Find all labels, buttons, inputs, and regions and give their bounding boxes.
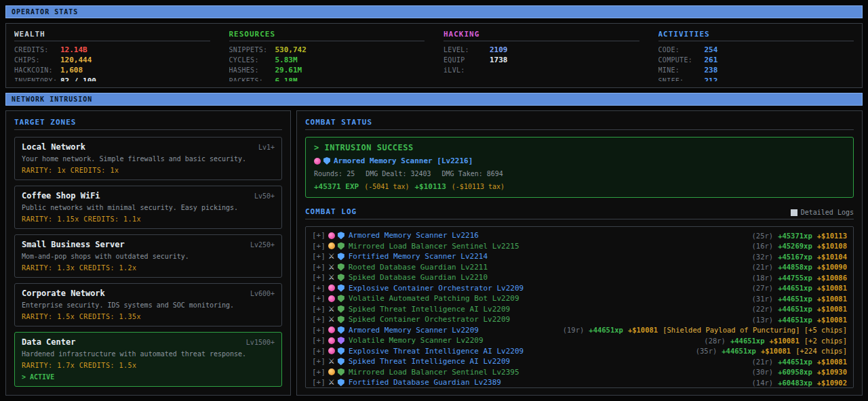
detailed-logs-toggle[interactable]: Detailed Logs [791,209,854,216]
zone-title-row: Small Business ServerLv250+ [22,240,275,249]
log-xp: +44651xp [778,316,812,324]
log-row-left: [+]Mirrored Load Balancer Sentinel Lv239… [312,368,519,377]
log-enemy-name: Rooted Database Guardian Lv2211 [349,263,488,272]
zone-list: Local NetworkLv1+Your home network. Simp… [14,137,282,388]
log-enemy-name: Spiked Database Guardian Lv2210 [349,273,488,282]
log-prefix: [+] [312,315,326,324]
log-row-rewards: (21r)+44858xp+$10090 [752,263,847,271]
network-intrusion-section: TARGET ZONES Local NetworkLv1+Your home … [5,110,863,396]
zone-rarity: RARITY: 1.7x CREDITS: 1.5x [22,362,275,369]
zone-rarity: RARITY: 1.5x CREDITS: 1.35x [22,313,275,320]
log-row-left: [+]⚔Spiked Threat Intelligence AI Lv2209 [312,305,510,314]
log-row-left: [+]⚔Spiked Threat Intelligence AI Lv2209 [312,357,510,366]
zone-description: Public networks with minimal security. E… [22,204,275,211]
stat-label: CODE: [658,45,705,55]
swords-icon: ⚔ [328,274,335,281]
shield-icon [338,305,344,313]
orb-icon [314,158,321,165]
log-row-rewards: (22r)+44651xp+$10081 [752,305,847,313]
log-prefix: [+] [312,273,326,282]
stat-value: 1738 [490,55,508,65]
zone-card-coffee-shop-wifi[interactable]: Coffee Shop WiFiLv50+Public networks wit… [14,186,282,229]
log-row: [+]⚔Fortified Database Guardian Lv2389(1… [312,377,847,388]
log-xp: +44651xp [730,337,765,345]
log-row-rewards: (27r)+44651xp+$10081 [752,284,847,292]
log-row: [+]⚔Rooted Database Guardian Lv2211(21r)… [312,262,847,273]
stat-value: 82 / 100 [60,76,96,81]
stat-value: 212 [705,76,718,81]
log-row-left: [+]Explosive Container Orchestrator Lv22… [312,284,524,293]
stat-row: COMPUTE:261 [658,55,854,65]
shield-icon [323,157,330,165]
log-prefix: [+] [312,336,326,345]
shield-icon [338,253,344,260]
log-row-rewards: (13r)+44651xp+$10081 [752,316,847,324]
zone-card-data-center[interactable]: Data CenterLv1500+Hardened infrastructur… [14,332,282,387]
log-row: [+]⚔Spiked Threat Intelligence AI Lv2209… [312,356,847,367]
log-row-rewards: (19r)+44651xp+$10081[Shielded Payload of… [563,326,847,334]
zone-description: Enterprise security. IDS systems and SOC… [22,301,275,309]
stat-value: 5.83M [275,55,298,65]
log-rounds: (18r) [752,274,774,282]
stat-row: HACKCOIN:1,608 [14,65,210,75]
zone-name: Small Business Server [22,240,125,249]
log-drop-extra: [Shielded Payload of Puncturing] [+5 chi… [663,326,847,334]
stat-label: CHIPS: [14,55,60,65]
zone-name: Local Network [22,142,85,152]
intrusion-result: > INTRUSION SUCCESS [314,143,845,152]
exp-tax: (-5041 tax) [364,183,409,190]
stat-label: CREDITS: [14,45,60,55]
log-row: [+]Volatile Memory Scanner Lv2209(28r)+4… [312,335,847,346]
shield-icon [338,295,344,302]
shield-icon [338,263,344,271]
combat-log-box[interactable]: [+]Armored Memory Scanner Lv2216(25r)+45… [305,226,854,388]
orb-icon [328,326,335,333]
stat-value: 530,742 [275,45,307,55]
shield-icon [338,284,344,292]
log-enemy-name: Armored Memory Scanner Lv2209 [349,326,479,335]
intrusion-status-box: > INTRUSION SUCCESS Armored Memory Scann… [305,137,854,198]
log-prefix: [+] [312,368,326,377]
zone-card-small-business-server[interactable]: Small Business ServerLv250+Mom-and-pop s… [14,234,282,278]
stat-value: 120,444 [60,55,92,65]
swords-icon: ⚔ [328,263,335,271]
swords-icon: ⚔ [328,358,335,365]
log-xp: +60958xp [778,368,812,376]
log-row-left: [+]⚔Fortified Memory Scanner Lv2214 [312,252,488,261]
stat-label: HASHES: [229,65,275,75]
orb-icon [328,347,335,354]
log-rounds: (25r) [752,232,774,240]
log-rounds: (31r) [752,295,774,303]
zone-description: Mom-and-pop shops with outdated security… [22,253,275,260]
stat-label: COMPUTE: [658,55,705,65]
zone-card-local-network[interactable]: Local NetworkLv1+Your home network. Simp… [14,137,282,180]
log-money: +$10081 [770,337,800,345]
log-xp: +44651xp [778,284,812,292]
log-row-left: [+]Mirrored Load Balancer Sentinel Lv221… [312,242,519,251]
log-row-left: [+]⚔Rooted Database Guardian Lv2211 [312,263,488,272]
shield-icon [338,316,344,323]
log-row: [+]Explosive Container Orchestrator Lv22… [312,283,847,294]
target-zones-panel: TARGET ZONES Local NetworkLv1+Your home … [5,110,291,396]
log-drop-extra: [+2 chips] [804,337,847,345]
shield-icon [338,337,344,344]
rounds-stat: Rounds: 25 [314,170,355,177]
log-row: [+]Mirrored Load Balancer Sentinel Lv239… [312,367,847,378]
zone-name: Coffee Shop WiFi [22,191,100,200]
log-enemy-name: Fortified Memory Scanner Lv2214 [349,252,488,261]
log-xp: +44651xp [722,347,756,355]
log-xp: +44858xp [778,263,812,271]
zone-card-corporate-network[interactable]: Corporate NetworkLv600+Enterprise securi… [14,283,282,326]
log-row: [+]Armored Memory Scanner Lv2216(25r)+45… [312,230,847,241]
log-enemy-name: Mirrored Load Balancer Sentinel Lv2215 [349,242,519,251]
zone-rarity: RARITY: 1.15x CREDITS: 1.1x [22,215,275,223]
swords-icon: ⚔ [328,316,335,323]
enemy-name: Armored Memory Scanner [Lv2216] [334,156,473,165]
detailed-logs-checkbox[interactable] [791,209,797,216]
shield-icon [338,358,344,365]
log-prefix: [+] [312,305,326,314]
combat-status-header: COMBAT STATUS [305,118,854,130]
zone-rarity: RARITY: 1.3x CREDITS: 1.2x [22,264,275,272]
stat-row: CHIPS:120,444 [14,55,210,65]
log-rounds: (21r) [752,358,774,366]
